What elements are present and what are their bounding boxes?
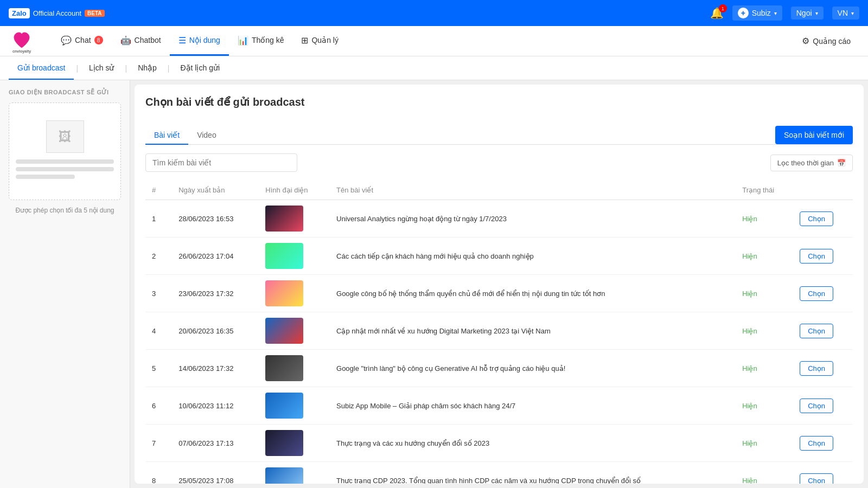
table-row: 6 10/06/2023 11:12 Subiz App Mobile – Gi… xyxy=(145,387,853,425)
row-num: 7 xyxy=(145,425,172,462)
row-date: 14/06/2023 17:32 xyxy=(172,350,259,387)
chevron-down-icon: ▾ xyxy=(851,10,854,16)
beta-badge: BETA xyxy=(85,10,104,17)
chevron-down-icon: ▾ xyxy=(815,10,818,16)
nav-content-label: Nội dung xyxy=(189,36,220,44)
chevron-down-icon: ▾ xyxy=(774,10,777,16)
row-action: Chọn xyxy=(793,312,853,350)
row-title: Google công bố hệ thống thẩm quyền chủ đ… xyxy=(330,275,736,312)
row-date: 10/06/2023 11:12 xyxy=(172,387,259,425)
status-badge: Hiện xyxy=(742,252,757,260)
subtab-history[interactable]: Lịch sử xyxy=(80,56,123,80)
row-action: Chọn xyxy=(793,350,853,387)
row-num: 6 xyxy=(145,387,172,425)
choose-button[interactable]: Chọn xyxy=(800,211,833,226)
nav-bar: cnvloyalty 💬 Chat 8 🤖 Chatbot ☰ Nội dung… xyxy=(0,26,868,56)
status-badge: Hiện xyxy=(742,402,757,410)
status-badge: Hiện xyxy=(742,215,757,223)
status-badge: Hiện xyxy=(742,477,757,484)
top-bar: Zalo Official Account BETA 🔔 1 + Subiz ▾… xyxy=(0,0,868,26)
thumbnail-image xyxy=(265,393,303,419)
search-input[interactable] xyxy=(145,153,297,172)
choose-button[interactable]: Chọn xyxy=(800,286,833,301)
filter-dropdown[interactable]: Lọc theo thời gian 📅 xyxy=(770,155,853,171)
sidebar-label: GIAO DIỆN BROADCAST SẼ GỬI xyxy=(9,89,121,96)
row-thumb xyxy=(259,462,330,484)
subtab-send[interactable]: Gửi broadcast xyxy=(9,56,74,80)
row-status: Hiện xyxy=(736,200,793,237)
plus-icon: + xyxy=(738,8,749,18)
top-bar-actions: 🔔 1 + Subiz ▾ Ngoi ▾ VN ▾ xyxy=(710,5,859,21)
row-date: 28/06/2023 16:53 xyxy=(172,200,259,237)
row-action: Chọn xyxy=(793,462,853,484)
sidebar: GIAO DIỆN BROADCAST SẼ GỬI 🖼 Được phép c… xyxy=(0,80,130,488)
row-status: Hiện xyxy=(736,312,793,350)
row-thumb xyxy=(259,237,330,275)
row-thumb xyxy=(259,387,330,425)
ads-icon: ⚙ xyxy=(802,36,809,46)
table-row: 7 07/06/2023 17:13 Thực trạng và các xu … xyxy=(145,425,853,462)
user-name-label: Subiz xyxy=(752,9,771,17)
row-title: Subiz App Mobile – Giải pháp chăm sóc kh… xyxy=(330,387,736,425)
row-num: 5 xyxy=(145,350,172,387)
row-action: Chọn xyxy=(793,387,853,425)
col-num: # xyxy=(145,181,172,200)
subtab-import[interactable]: Nhập xyxy=(129,56,165,80)
divider: | xyxy=(76,64,78,73)
table-row: 1 28/06/2023 16:53 Universal Analytics n… xyxy=(145,200,853,237)
thumbnail-image xyxy=(265,243,303,269)
table-row: 5 14/06/2023 17:32 Google "trình làng" b… xyxy=(145,350,853,387)
tab-video[interactable]: Video xyxy=(188,126,225,145)
row-action: Chọn xyxy=(793,200,853,237)
nav-item-content[interactable]: ☰ Nội dung xyxy=(170,26,229,56)
row-num: 3 xyxy=(145,275,172,312)
lang-code-label: VN xyxy=(838,9,848,17)
table-row: 8 25/05/2023 17:08 Thực trạng CDP 2023. … xyxy=(145,462,853,484)
cnvloyalty-logo: cnvloyalty xyxy=(9,28,35,54)
nav-item-chatbot[interactable]: 🤖 Chatbot xyxy=(112,26,170,56)
official-account-label: Official Account xyxy=(33,9,81,17)
notification-bell[interactable]: 🔔 1 xyxy=(710,7,724,20)
choose-button[interactable]: Chọn xyxy=(800,399,833,413)
nav-ads-label: Quảng cáo xyxy=(813,37,851,46)
language-code-selector[interactable]: VN ▾ xyxy=(832,7,859,20)
choose-button[interactable]: Chọn xyxy=(800,436,833,451)
choose-button[interactable]: Chọn xyxy=(800,249,833,264)
row-date: 23/06/2023 17:32 xyxy=(172,275,259,312)
content-icon: ☰ xyxy=(178,35,186,46)
row-date: 26/06/2023 17:04 xyxy=(172,237,259,275)
choose-button[interactable]: Chọn xyxy=(800,324,833,338)
zalo-logo: Zalo xyxy=(9,8,30,18)
row-thumb xyxy=(259,312,330,350)
thumbnail-image xyxy=(265,318,303,344)
row-date: 25/05/2023 17:08 xyxy=(172,462,259,484)
compose-button[interactable]: Soạn bài viết mới xyxy=(775,126,853,144)
content-tabs: Bài viết Video xyxy=(145,126,225,144)
add-account-button[interactable]: + Subiz ▾ xyxy=(732,5,782,21)
choose-button[interactable]: Chọn xyxy=(800,473,833,484)
language-selector[interactable]: Ngoi ▾ xyxy=(791,7,824,20)
nav-item-chat[interactable]: 💬 Chat 8 xyxy=(52,26,112,56)
nav-item-ads[interactable]: ⚙ Quảng cáo xyxy=(793,26,859,56)
row-status: Hiện xyxy=(736,387,793,425)
table-header-row: # Ngày xuất bản Hình đại diện Tên bài vi… xyxy=(145,181,853,200)
row-num: 4 xyxy=(145,312,172,350)
col-action xyxy=(793,181,853,200)
filter-label: Lọc theo thời gian xyxy=(777,159,834,167)
row-title: Google "trình làng" bộ công cụ Generativ… xyxy=(330,350,736,387)
thumbnail-image xyxy=(265,430,303,456)
manage-icon: ⊞ xyxy=(301,35,308,46)
choose-button[interactable]: Chọn xyxy=(800,361,833,376)
thumbnail-image xyxy=(265,467,303,484)
row-num: 1 xyxy=(145,200,172,237)
tab-articles[interactable]: Bài viết xyxy=(145,126,188,145)
row-date: 20/06/2023 16:35 xyxy=(172,312,259,350)
nav-manage-label: Quản lý xyxy=(311,36,338,44)
status-badge: Hiện xyxy=(742,364,757,373)
nav-item-stats[interactable]: 📊 Thống kê xyxy=(229,26,293,56)
subtab-schedule[interactable]: Đặt lịch gửi xyxy=(171,56,228,80)
col-date: Ngày xuất bản xyxy=(172,181,259,200)
nav-item-manage[interactable]: ⊞ Quản lý xyxy=(292,26,347,56)
row-num: 2 xyxy=(145,237,172,275)
chat-icon: 💬 xyxy=(61,35,72,46)
